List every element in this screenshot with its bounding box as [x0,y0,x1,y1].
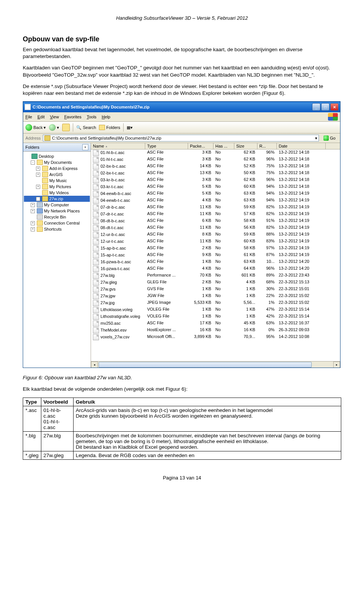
back-icon [25,124,32,131]
close-pane-button[interactable]: × [82,144,88,150]
file-icon [93,239,99,245]
menu-file[interactable]: File [25,115,32,119]
menu-edit[interactable]: Edit [38,115,45,119]
tree-node[interactable]: Desktop [24,153,90,159]
expand-icon[interactable]: + [36,173,40,177]
folders-button[interactable]: Folders [99,125,120,130]
tree-node[interactable]: +Shortcuts [24,226,90,232]
menu-favorites[interactable]: Favorites [64,115,81,119]
expand-icon[interactable]: + [36,185,40,189]
expand-icon[interactable]: + [36,167,40,171]
views-button[interactable]: ▦▾ [127,125,133,130]
expand-icon[interactable]: + [31,209,35,213]
address-field[interactable]: C:\Documents and Settings\stafleuj\My Do… [43,135,319,141]
file-row[interactable]: 01-hl-b-c.ascASC File3 KBNo62 KB96%13-2-… [91,149,340,156]
file-list[interactable]: 01-hl-b-c.ascASC File3 KBNo62 KB96%13-2-… [91,149,340,361]
horizontal-scrollbar[interactable]: ◂ ▸ [91,361,340,368]
file-row[interactable]: 16-pzwa-t-c.ascASC File4 KBNo64 KB96%13-… [91,266,340,272]
file-row[interactable]: 16-pzwa-b-c.ascASC File1 KBNo63 KB10...1… [91,259,340,266]
file-row[interactable]: Lithoklasse.volegVOLEG File1 KBNo1 KB47%… [91,307,340,313]
tree-node[interactable]: -My Documents [24,159,90,165]
folder-icon [37,214,43,220]
folders-pane-title: Folders [25,145,39,149]
file-row[interactable]: 07-dr-b-c.ascASC File11 KBNo59 KB82%13-2… [91,204,340,211]
file-row[interactable]: 27w.gvsGVS File1 KBNo1 KB30%22-3-2012 15… [91,286,340,293]
file-row[interactable]: 04-eewb-b-c.ascASC File5 KBNo63 KB94%13-… [91,190,340,197]
col-date: Date [277,143,326,149]
tree-node[interactable]: Recycle Bin [24,214,90,220]
menu-tools[interactable]: Tools [87,115,97,119]
file-row[interactable]: voxels_27w.csvMicrosoft Offi...3,899 KBN… [91,334,340,341]
menu-help[interactable]: Help [102,115,110,119]
file-row[interactable]: 02-bx-t-c.ascASC File13 KBNo50 KB75%13-2… [91,170,340,177]
page-footer: Pagina 13 van 14 [23,475,341,481]
file-row[interactable]: 15-ap-b-c.ascASC File2 KBNo58 KB97%13-2-… [91,245,340,252]
file-row[interactable]: 08-dt-t-c.ascASC File11 KBNo56 KB82%13-2… [91,225,340,231]
back-label: Back [33,125,42,130]
back-button[interactable]: Back ▾ [25,124,46,131]
folders-label: Folders [106,125,120,130]
file-icon [93,286,99,292]
scroll-left-button[interactable]: ◂ [91,362,98,368]
tree-node[interactable]: +Connection Central [24,220,90,226]
file-row[interactable]: 07-dr-t-c.ascASC File11 KBNo57 KB82%13-2… [91,211,340,218]
file-icon [93,314,99,320]
file-row[interactable]: 27w.jpgJPEG Image5,533 KBNo5,56...1%22-3… [91,300,340,307]
expand-icon[interactable]: + [31,221,35,225]
maximize-button[interactable]: □ [321,103,329,111]
menu-view[interactable]: View [50,115,59,119]
tree-node[interactable]: +My Pictures [24,184,90,190]
chevron-down-icon[interactable]: ▾ [315,136,317,141]
tree-node[interactable]: My Music [24,178,90,184]
file-row[interactable]: 12-ur-t-c.ascASC File11 KBNo60 KB83%13-2… [91,238,340,245]
file-row[interactable]: 04-eewb-t-c.ascASC File4 KBNo63 KB94%13-… [91,197,340,204]
address-label: Address [25,136,41,140]
forward-button[interactable]: ▾ [49,124,59,131]
tree-node[interactable]: +27w.zip [24,196,90,202]
file-icon [93,204,99,211]
file-icon [93,259,99,265]
tree-node[interactable]: +My Computer [24,202,90,208]
file-row[interactable]: 03-kr-b-c.ascASC File3 KBNo62 KB96%13-2-… [91,177,340,184]
tree-node[interactable]: +My Network Places [24,208,90,214]
file-row[interactable]: 27w.glegGLEG File2 KBNo4 KB68%22-3-2012 … [91,279,340,286]
file-icon [93,191,99,197]
expand-icon[interactable]: + [31,203,35,207]
compare-text: Elk kaartblad bevat de volgende onderdel… [23,386,341,393]
file-row[interactable]: 27w.blgPerformance ...70 KBNo601 KB89%22… [91,272,340,279]
close-button[interactable]: ✕ [330,103,339,111]
column-headers[interactable]: Name▲ Type Packe... Has ... Size R... Da… [91,143,340,149]
file-row[interactable]: TheModel.esvHostExplorer ...16 KBNo16 KB… [91,327,340,334]
expand-icon[interactable]: + [31,227,35,231]
up-button[interactable] [62,124,70,131]
file-row[interactable]: 12-ur-b-c.ascASC File8 KBNo59 KB88%13-2-… [91,231,340,238]
col-has: Has ... [213,143,234,149]
scroll-thumb[interactable] [99,362,312,368]
th-type: Type [23,398,41,406]
search-button[interactable]: 🔍 Search [76,125,96,130]
file-row[interactable]: Lithostratigrafie.volegVOLEG File1 KBNo1… [91,313,340,320]
expand-icon[interactable]: + [36,197,40,201]
tree-node[interactable]: +ArcGIS [24,171,90,178]
folder-icon [37,160,43,165]
search-icon: 🔍 [76,125,82,130]
file-row[interactable]: 01-hl-t-c.ascASC File3 KBNo62 KB96%13-2-… [91,156,340,163]
folder-icon [42,172,48,177]
th-example: Voorbeeld [41,398,73,406]
file-row[interactable]: mv250.ascASC File17 KBNo45 KB63%13-2-201… [91,320,340,327]
file-pane: Name▲ Type Packe... Has ... Size R... Da… [91,143,340,368]
file-row[interactable]: 15-ap-t-c.ascASC File9 KBNo61 KB87%13-2-… [91,252,340,259]
file-row[interactable]: 27w.jgwJGW File1 KBNo1 KB22%22-3-2012 15… [91,293,340,300]
scroll-right-button[interactable]: ▸ [333,362,340,368]
folder-tree[interactable]: Desktop-My Documents+Add-in Express+ArcG… [23,152,91,368]
expand-icon[interactable]: - [31,160,35,165]
file-icon [93,266,99,272]
file-row[interactable]: 02-bx-b-c.ascASC File14 KBNo52 KB75%13-2… [91,163,340,170]
titlebar[interactable]: C:\Documents and Settings\stafleuj\My Do… [23,102,340,112]
tree-node[interactable]: My Videos [24,190,90,196]
minimize-button[interactable]: _ [312,103,320,111]
file-row[interactable]: 08-dt-b-c.ascASC File6 KBNo58 KB91%13-2-… [91,218,340,225]
go-button[interactable]: Go [321,135,338,141]
tree-node[interactable]: +Add-in Express [24,165,90,171]
file-row[interactable]: 03-kr-t-c.ascASC File5 KBNo60 KB94%13-2-… [91,184,340,190]
